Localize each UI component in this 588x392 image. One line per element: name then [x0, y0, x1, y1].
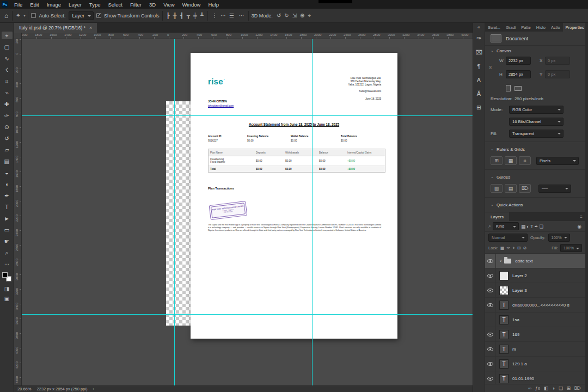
x-field[interactable]: 0 px — [545, 57, 570, 65]
menu-item-3d[interactable]: 3D — [145, 2, 160, 8]
menu-item-file[interactable]: File — [10, 2, 26, 8]
ruler-origin-corner[interactable] — [14, 33, 22, 39]
crop-tool[interactable]: ⌗ — [2, 77, 13, 85]
ruler-h[interactable]: 2000180016001400120010008006004002000200… — [22, 33, 473, 39]
layer-visibility-toggle[interactable] — [485, 298, 496, 312]
zoom-tool[interactable]: ⌕ — [2, 249, 13, 256]
new-layer-icon[interactable]: ⊞ — [567, 385, 571, 391]
more-options-icon[interactable]: ⋯ — [238, 13, 246, 19]
lock-position-icon[interactable]: ⌖ — [512, 246, 515, 251]
portrait-orientation-icon[interactable] — [506, 85, 511, 91]
shape-tool[interactable]: ▭ — [2, 226, 13, 234]
delete-layer-icon[interactable]: ⌦ — [574, 385, 581, 391]
toggle-snap-button[interactable]: ⌗ — [519, 156, 531, 165]
edit-toolbar-icon[interactable]: ⋯ — [4, 261, 9, 267]
filter-toggle-icon[interactable]: ◉ — [577, 224, 582, 229]
guide-horizontal-2[interactable] — [22, 314, 473, 315]
layer-visibility-toggle[interactable] — [485, 371, 496, 384]
link-dimensions-icon[interactable]: ∞ — [488, 66, 493, 69]
panel-scrollbar[interactable] — [585, 23, 588, 392]
guide-vertical-2[interactable] — [312, 39, 313, 385]
psd-document[interactable]: rise Rise Vest Technologies Ltd.366 Herb… — [191, 53, 397, 339]
filter-pixel-layers-icon[interactable]: ▦ — [520, 224, 526, 229]
color-swatches[interactable] — [2, 272, 11, 281]
menu-item-window[interactable]: Window — [179, 2, 205, 8]
lock-pixels-icon[interactable]: ✑ — [507, 246, 511, 251]
y-field[interactable]: 0 px — [545, 70, 570, 78]
marquee-tool[interactable]: ▢ — [2, 43, 13, 51]
layer-visibility-toggle[interactable] — [485, 313, 496, 327]
menu-item-filter[interactable]: Filter — [126, 2, 145, 8]
guide-vertical-1[interactable] — [174, 39, 175, 385]
add-horizontal-guide-button[interactable]: ▤ — [505, 184, 517, 193]
3d-rotate-icon[interactable]: ↺ — [275, 13, 282, 19]
status-options-icon[interactable]: › — [93, 387, 94, 391]
layer-row[interactable]: T129 1 a — [485, 357, 585, 371]
panel-tab-swat[interactable]: Swat... — [485, 23, 503, 32]
dodge-tool[interactable]: ◖ — [2, 180, 13, 188]
align-top-edges-icon[interactable]: ┰ — [186, 13, 191, 19]
layer-visibility-toggle[interactable] — [485, 357, 496, 371]
panel-tab-histo[interactable]: Histo — [534, 23, 548, 32]
mode-select[interactable]: RGB Color — [509, 106, 564, 114]
opacity-select[interactable]: 100% — [548, 234, 570, 242]
kind-filter-select[interactable]: Kind — [493, 222, 519, 230]
3d-drag-icon[interactable]: ⇲ — [291, 13, 298, 19]
layer-visibility-toggle[interactable] — [485, 327, 496, 341]
layer-row[interactable]: Layer 2 — [485, 268, 585, 283]
align-left-edges-icon[interactable]: ┠ — [166, 13, 171, 19]
filter-smart-objects-icon[interactable]: ❏ — [539, 224, 544, 229]
lock-transparency-icon[interactable]: ▦ — [500, 246, 505, 251]
document-tab[interactable]: Italy id.psd @ 20.7% (RGB/16) * × — [14, 23, 97, 33]
align-right-edges-icon[interactable]: ┨ — [179, 13, 185, 19]
lock-all-icon[interactable]: ⊘ — [523, 246, 526, 251]
layer-row[interactable]: T169 — [485, 327, 585, 342]
add-layer-mask-icon[interactable]: ◧ — [544, 385, 548, 391]
link-layers-icon[interactable]: ∞ — [528, 385, 531, 391]
3d-slide-icon[interactable]: ⊕ — [299, 13, 305, 19]
menu-item-edit[interactable]: Edit — [26, 2, 42, 8]
layer-visibility-toggle[interactable] — [485, 342, 496, 356]
ruler-v[interactable]: 2000200400600800100012001400160018002000… — [14, 39, 22, 385]
type-tool[interactable]: T — [2, 203, 13, 211]
menu-item-type[interactable]: Type — [85, 2, 105, 8]
panel-tab-gradi[interactable]: Gradi — [503, 23, 518, 32]
toggle-grid-button[interactable]: ▦ — [505, 156, 517, 165]
show-transform-checkbox[interactable] — [96, 13, 101, 18]
path-selection-tool[interactable]: ► — [2, 215, 13, 222]
close-tab-icon[interactable]: × — [89, 25, 92, 30]
quick-selection-tool[interactable]: ☇ — [2, 66, 13, 74]
guide-style-select[interactable]: ⎯⎯⎯ — [538, 185, 571, 193]
layer-row[interactable]: Tcilla0000000...<<<<<<<<<0 d — [485, 298, 585, 313]
clear-guides-button[interactable]: ⌦ — [519, 184, 531, 193]
distribute-vertical-icon[interactable]: ⋮ — [211, 13, 218, 19]
menu-item-help[interactable]: Help — [204, 2, 223, 8]
spot-healing-tool[interactable]: ✚ — [2, 100, 13, 108]
panel-tab-actio[interactable]: Actio — [548, 23, 563, 32]
filter-adjustment-layers-icon[interactable]: ◐ — [526, 224, 530, 229]
eraser-tool[interactable]: ▱ — [2, 146, 13, 154]
height-field[interactable]: 2854 px — [506, 70, 531, 78]
align-vertical-centers-icon[interactable]: ╪ — [192, 13, 198, 19]
paragraph-icon[interactable]: ¶ — [477, 63, 481, 70]
zoom-level[interactable]: 20.66% — [17, 387, 31, 391]
bit-depth-select[interactable]: 16 Bits/Channel — [509, 118, 564, 126]
add-vertical-guide-button[interactable]: ▥ — [491, 184, 503, 193]
layer-row[interactable]: Layer 3 — [485, 283, 585, 298]
screen-mode-icon[interactable]: ▣ — [4, 296, 9, 302]
menu-item-select[interactable]: Select — [104, 2, 126, 8]
new-group-icon[interactable]: ❏ — [559, 385, 563, 391]
auto-select-dropdown[interactable]: Layer — [69, 11, 94, 20]
collapse-panels-icon[interactable]: « — [477, 24, 480, 30]
menu-item-image[interactable]: Image — [43, 2, 65, 8]
filter-shape-layers-icon[interactable]: ✒ — [534, 224, 538, 229]
group-expand-icon[interactable]: ∨ — [499, 259, 502, 263]
move-tool[interactable]: ⌖ — [2, 32, 13, 39]
tab-layers[interactable]: Layers — [485, 212, 509, 221]
new-adjustment-layer-icon[interactable]: ◑ — [552, 385, 555, 391]
guides-section-header[interactable]: ⌄ Guides — [485, 172, 585, 182]
clone-source-icon[interactable]: ⌧ — [475, 49, 482, 56]
home-icon[interactable]: ⌂ — [3, 12, 9, 20]
layer-row[interactable]: T1sa — [485, 313, 585, 327]
rulers-grids-section-header[interactable]: ⌄ Rulers & Grids — [485, 144, 585, 154]
